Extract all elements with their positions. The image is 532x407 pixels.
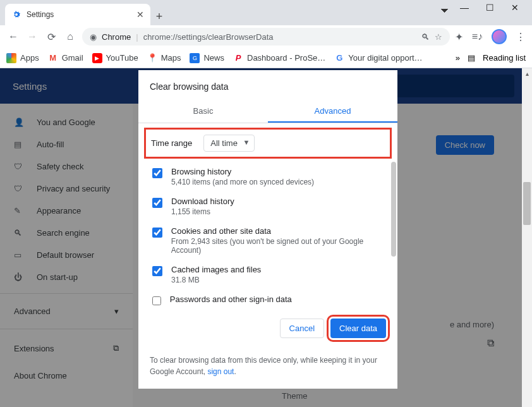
guest-icon[interactable]: ⏷ bbox=[440, 5, 450, 16]
close-window-button[interactable]: ✕ bbox=[509, 3, 521, 13]
dashboard-bookmark[interactable]: PDashboard - ProSe… bbox=[233, 53, 325, 63]
profile-avatar[interactable] bbox=[492, 29, 507, 44]
cancel-button[interactable]: Cancel bbox=[280, 319, 324, 338]
checkbox-cookies[interactable] bbox=[152, 228, 162, 238]
youtube-bookmark[interactable]: ▶YouTube bbox=[92, 53, 138, 63]
apps-bookmark[interactable]: Apps bbox=[6, 53, 39, 63]
bookmark-star-icon[interactable]: ☆ bbox=[435, 32, 442, 42]
maximize-button[interactable]: ☐ bbox=[484, 3, 495, 13]
reload-button[interactable]: ⟳ bbox=[44, 30, 58, 44]
close-tab-icon[interactable]: ✕ bbox=[136, 9, 144, 20]
browser-tab[interactable]: Settings ✕ bbox=[5, 4, 150, 25]
digital-bookmark[interactable]: GYour digital opport… bbox=[334, 53, 422, 63]
time-range-select[interactable]: All time bbox=[203, 135, 255, 152]
maps-bookmark[interactable]: 📍Maps bbox=[147, 53, 181, 63]
chrome-icon: ◉ bbox=[90, 32, 97, 42]
option-download-history[interactable]: Download history1,155 items bbox=[150, 191, 395, 221]
checkbox-cached[interactable] bbox=[152, 266, 162, 276]
gmail-bookmark[interactable]: MGmail bbox=[48, 53, 83, 63]
apps-icon bbox=[6, 53, 16, 63]
site-label: Chrome bbox=[102, 32, 131, 42]
url-text: chrome://settings/clearBrowserData bbox=[143, 32, 274, 42]
search-in-page-icon[interactable]: 🔍︎ bbox=[421, 32, 430, 42]
option-passwords[interactable]: Passwords and other sign-in data157 pass… bbox=[150, 289, 395, 306]
new-tab-button[interactable]: + bbox=[150, 8, 168, 25]
youtube-icon: ▶ bbox=[92, 53, 102, 63]
minimize-button[interactable]: — bbox=[459, 3, 470, 13]
home-button[interactable]: ⌂ bbox=[63, 30, 77, 44]
maps-icon: 📍 bbox=[147, 53, 157, 63]
address-bar[interactable]: ◉ Chrome | chrome://settings/clearBrowse… bbox=[82, 28, 450, 46]
checkbox-download-history[interactable] bbox=[152, 198, 162, 208]
options-list: Browsing history5,410 items (and more on… bbox=[138, 162, 397, 306]
dialog-scrollbar[interactable] bbox=[390, 162, 397, 306]
checkbox-passwords[interactable] bbox=[152, 296, 161, 306]
gear-icon bbox=[11, 9, 21, 20]
tab-title: Settings bbox=[27, 10, 54, 19]
option-cookies[interactable]: Cookies and other site dataFrom 2,943 si… bbox=[150, 221, 395, 260]
news-icon: G bbox=[190, 53, 200, 63]
clear-data-button[interactable]: Clear data bbox=[330, 319, 386, 338]
reading-list-icon: ▤ bbox=[468, 53, 475, 63]
extensions-icon[interactable]: ✦ bbox=[455, 31, 463, 43]
tab-basic[interactable]: Basic bbox=[138, 100, 268, 123]
tab-advanced[interactable]: Advanced bbox=[268, 100, 397, 123]
page-scrollbar[interactable]: ▴ bbox=[522, 68, 532, 407]
reading-list-button[interactable]: Reading list bbox=[483, 53, 526, 63]
scrollbar-thumb[interactable] bbox=[391, 162, 396, 257]
sign-out-link[interactable]: sign out bbox=[207, 367, 234, 376]
google-icon: G bbox=[334, 53, 344, 63]
time-range-label: Time range bbox=[151, 138, 192, 148]
back-button[interactable]: ← bbox=[6, 30, 20, 44]
scroll-up-icon[interactable]: ▴ bbox=[522, 68, 532, 78]
checkbox-browsing-history[interactable] bbox=[152, 168, 162, 178]
option-browsing-history[interactable]: Browsing history5,410 items (and more on… bbox=[150, 162, 395, 191]
media-control-icon[interactable]: ≡♪ bbox=[472, 31, 483, 42]
menu-dots-icon[interactable]: ⋮ bbox=[516, 31, 526, 43]
bookmarks-overflow-icon[interactable]: » bbox=[456, 53, 460, 63]
modal-overlay: Clear browsing data Basic Advanced Time … bbox=[0, 68, 522, 407]
pinterest-icon: P bbox=[233, 53, 243, 63]
dialog-title: Clear browsing data bbox=[138, 70, 397, 100]
gmail-icon: M bbox=[48, 53, 58, 63]
forward-button: → bbox=[25, 30, 39, 44]
dialog-footer-note: To clear browsing data from this device … bbox=[138, 341, 397, 380]
clear-browsing-data-dialog: Clear browsing data Basic Advanced Time … bbox=[138, 70, 397, 389]
time-range-row: Time range All time ▼ bbox=[146, 130, 390, 157]
news-bookmark[interactable]: GNews bbox=[190, 53, 224, 63]
option-cached[interactable]: Cached images and files31.8 MB bbox=[150, 260, 395, 289]
scrollbar-thumb[interactable] bbox=[523, 182, 531, 225]
